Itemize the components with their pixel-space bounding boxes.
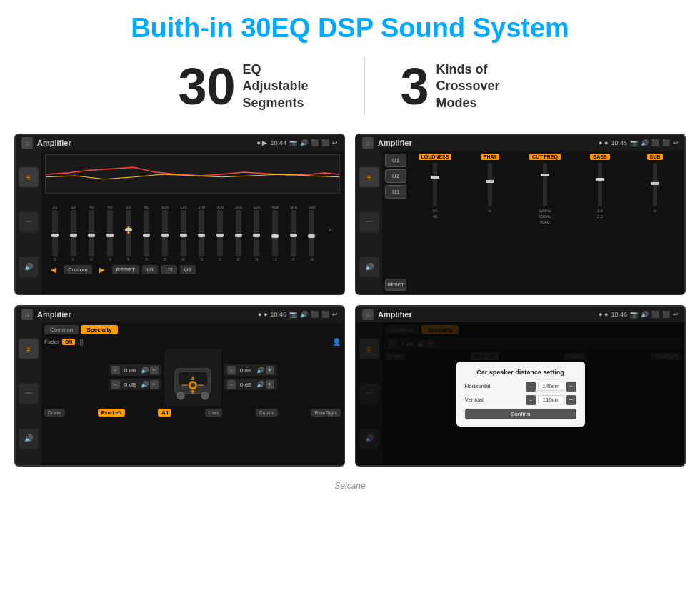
fader-toggle[interactable]: ON: [62, 339, 76, 345]
eq-next-button[interactable]: ▶: [95, 264, 109, 275]
fader-all-btn[interactable]: All: [158, 409, 171, 417]
cutfreq-slider[interactable]: [543, 163, 547, 206]
eq-slider-500[interactable]: 500 0: [285, 205, 302, 261]
crossover-preset-u2[interactable]: U2: [385, 169, 406, 183]
crossover-reset[interactable]: RESET: [385, 279, 406, 291]
eq-reset-button[interactable]: RESET: [112, 265, 140, 274]
eq-u3-button[interactable]: U3: [180, 265, 196, 274]
fader-db-fl-plus[interactable]: +: [150, 366, 159, 374]
eq-sidebar-equalizer[interactable]: ≡: [19, 167, 39, 187]
eq-chart: [45, 154, 340, 194]
fader-db-rr-plus[interactable]: +: [266, 380, 274, 389]
eq-slider-40[interactable]: 40 0: [83, 205, 100, 261]
dialog-horizontal-control[interactable]: - 140cm +: [526, 382, 576, 392]
dialog-confirm-button[interactable]: Confirm: [465, 409, 576, 419]
phat-slider[interactable]: [488, 163, 492, 206]
eq-slider-25[interactable]: 25 0: [46, 205, 64, 261]
fader-db-rr[interactable]: - 0 dB 🔊 +: [224, 379, 277, 390]
eq-slider-400[interactable]: 400 -1: [266, 205, 284, 261]
fader-sidebar-wave[interactable]: 〰: [19, 384, 39, 404]
eq-more[interactable]: »: [321, 226, 339, 234]
eq-slider-320[interactable]: 320 0: [249, 205, 266, 261]
stat-eq: 30 EQ Adjustable Segments: [142, 61, 364, 112]
fader-db-fl[interactable]: - 0 dB 🔊 +: [109, 364, 161, 376]
eq-u2-button[interactable]: U2: [161, 265, 176, 274]
dialog-title: Car speaker distance setting: [465, 369, 576, 376]
fader-rearright-btn[interactable]: RearRight: [311, 409, 341, 417]
eq-slider-100[interactable]: 100 0: [156, 205, 174, 261]
fader-sidebar-vol[interactable]: 🔊: [19, 429, 39, 449]
fader-db-fr-plus[interactable]: +: [266, 366, 274, 374]
crossover-sidebar-eq[interactable]: ≡: [359, 167, 379, 187]
channel-bass: BASS 3.0 2.5: [574, 154, 626, 291]
eq-sidebar: ≡ 〰 🔊: [16, 151, 41, 294]
fader-tab-common[interactable]: Common: [44, 325, 79, 334]
eq-slider-50[interactable]: 50 0: [101, 205, 119, 261]
eq-slider-200[interactable]: 200 0: [211, 205, 229, 261]
dialog-vertical-plus[interactable]: +: [566, 395, 576, 405]
sub-toggle[interactable]: SUB: [647, 154, 664, 160]
eq-slider-160[interactable]: 160 0: [194, 205, 211, 261]
fader-db-fl-minus[interactable]: -: [111, 366, 120, 374]
eq-body: ≡ 〰 🔊 25: [16, 151, 344, 294]
eq-main-content: 25 0 32 0: [41, 151, 344, 294]
loudness-freq: 64: [433, 209, 438, 213]
sub-slider[interactable]: [653, 163, 657, 206]
crossover-home-icon[interactable]: ⌂: [362, 137, 374, 149]
home-icon[interactable]: ⌂: [21, 137, 33, 149]
eq-number: 30: [178, 61, 235, 112]
dialog-home-icon[interactable]: ⌂: [362, 309, 374, 320]
eq-screen: ⌂ Amplifier ● ▶ 10:44 📷🔊⬛⬛↩ ≡ 〰 🔊: [14, 134, 345, 295]
cutfreq-toggle[interactable]: CUT FREQ: [529, 154, 561, 160]
dialog-vertical-control[interactable]: - 110cm +: [526, 395, 576, 405]
fader-db-rl-minus[interactable]: -: [111, 380, 120, 389]
eq-slider-630[interactable]: 630 -1: [304, 205, 321, 261]
dialog-horizontal-minus[interactable]: -: [526, 382, 536, 392]
crossover-sidebar-wave[interactable]: 〰: [359, 212, 379, 232]
fader-body: ≡ 〰 🔊 Common Specialty Fader ON ||| 👤: [16, 322, 344, 465]
eq-slider-80[interactable]: 80 0: [138, 205, 155, 261]
eq-slider-63[interactable]: 63 5: [120, 205, 137, 261]
eq-custom-button[interactable]: Custom: [64, 265, 92, 274]
dialog-vertical-minus[interactable]: -: [526, 395, 536, 405]
fader-main: Common Specialty Fader ON ||| 👤 - 0 dB 🔊: [41, 322, 344, 465]
eq-u1-button[interactable]: U1: [142, 265, 158, 274]
eq-slider-250[interactable]: 250 0: [230, 205, 247, 261]
dialog-horizontal-plus[interactable]: +: [566, 382, 576, 392]
eq-sidebar-volume[interactable]: 🔊: [19, 257, 39, 277]
fader-copilot-btn[interactable]: Copilot: [256, 409, 279, 417]
eq-slider-32[interactable]: 32 0: [65, 205, 82, 261]
eq-sliders: 25 0 32 0: [45, 197, 340, 261]
fader-db-rl-plus[interactable]: +: [150, 380, 159, 389]
crossover-sidebar-vol[interactable]: 🔊: [359, 257, 379, 277]
fader-sidebar-eq[interactable]: ≡: [19, 339, 39, 359]
dialog-screen-title: Amplifier: [378, 310, 594, 319]
fader-rearleft-btn[interactable]: RearLeft: [98, 409, 125, 417]
bass-slider[interactable]: [598, 163, 602, 206]
eq-bottom-bar: ◀ Custom ▶ RESET U1 U2 U3: [45, 261, 340, 275]
eq-slider-125[interactable]: 125 0: [175, 205, 192, 261]
phat-toggle[interactable]: PHAT: [481, 154, 500, 160]
dialog-status-bar: ⌂ Amplifier ● ● 10:46 📷🔊⬛⬛↩: [356, 307, 684, 322]
loudness-slider[interactable]: [433, 163, 437, 206]
dialog-status-icons: ● ● 10:46 📷🔊⬛⬛↩: [599, 311, 679, 318]
fader-db-rr-minus[interactable]: -: [227, 380, 236, 389]
fader-screen: ⌂ Amplifier ● ● 10:46 📷🔊⬛⬛↩ ≡ 〰 🔊 Common…: [14, 305, 345, 467]
fader-db-fr[interactable]: - 0 dB 🔊 +: [224, 364, 277, 376]
crossover-screen-title: Amplifier: [378, 139, 594, 147]
crossover-preset-u3[interactable]: U3: [385, 185, 406, 199]
screenshots-grid: ⌂ Amplifier ● ▶ 10:44 📷🔊⬛⬛↩ ≡ 〰 🔊: [0, 128, 700, 481]
fader-db-fr-minus[interactable]: -: [227, 366, 236, 374]
fader-db-rl[interactable]: - 0 dB 🔊 +: [109, 379, 161, 390]
loudness-toggle[interactable]: LOUDNESS: [419, 154, 452, 160]
eq-prev-button[interactable]: ◀: [46, 264, 61, 275]
fader-tab-specialty[interactable]: Specialty: [81, 325, 117, 334]
eq-sidebar-wave[interactable]: 〰: [19, 212, 39, 232]
fader-user-btn[interactable]: User: [205, 409, 223, 417]
crossover-preset-u1[interactable]: U1: [385, 154, 406, 167]
fader-home-icon[interactable]: ⌂: [21, 309, 33, 320]
fader-driver-btn[interactable]: Driver: [44, 409, 65, 417]
bass-toggle[interactable]: BASS: [590, 154, 609, 160]
fader-status-bar: ⌂ Amplifier ● ● 10:46 📷🔊⬛⬛↩: [16, 307, 344, 322]
dialog-overlay: Car speaker distance setting Horizontal …: [356, 322, 684, 465]
